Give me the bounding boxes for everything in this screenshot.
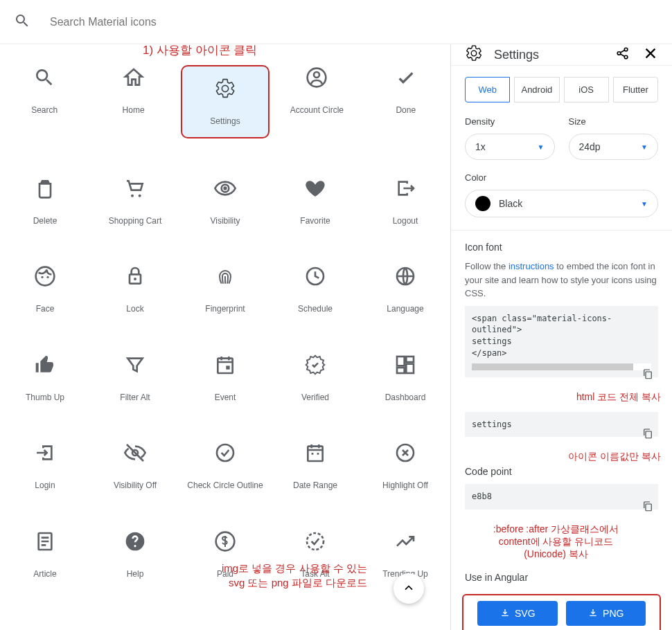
icon-cell-home[interactable]: Home bbox=[92, 65, 175, 138]
code-point-snippet: e8b8 bbox=[465, 484, 658, 510]
icon-label: Dashboard bbox=[385, 393, 426, 404]
icon-cell-article[interactable]: Article bbox=[3, 529, 87, 580]
close-icon[interactable] bbox=[643, 46, 658, 64]
details-sidebar: Settings WebAndroidiOSFlutter Density 1x… bbox=[450, 44, 672, 630]
icon-label: Account Circle bbox=[290, 105, 344, 116]
lock-icon bbox=[123, 264, 148, 289]
search-input[interactable] bbox=[50, 16, 216, 28]
icon-font-title: Icon font bbox=[465, 242, 658, 253]
settings-icon bbox=[465, 44, 483, 65]
search-icon bbox=[14, 12, 30, 32]
code-point-title: Code point bbox=[465, 466, 658, 477]
tab-flutter[interactable]: Flutter bbox=[613, 77, 658, 102]
trending_up-icon bbox=[393, 529, 418, 554]
icon-cell-visibility_off[interactable]: Visibility Off bbox=[94, 440, 177, 492]
copy-html-button[interactable] bbox=[642, 368, 654, 380]
icon-label: Verified bbox=[301, 393, 329, 404]
icon-label: Thumb Up bbox=[26, 393, 64, 404]
icon-cell-dashboard[interactable]: Dashboard bbox=[364, 352, 447, 404]
icon-cell-language[interactable]: Language bbox=[364, 264, 447, 315]
icon-cell-favorite[interactable]: Favorite bbox=[274, 176, 357, 227]
download-buttons: SVG PNG bbox=[462, 594, 661, 630]
icon-label: Event bbox=[215, 393, 236, 404]
icon-cell-trending_up[interactable]: Trending Up bbox=[364, 529, 447, 580]
icon-label: Settings bbox=[210, 116, 240, 127]
download-svg-button[interactable]: SVG bbox=[477, 601, 558, 626]
icon-label: Login bbox=[35, 480, 55, 492]
icon-cell-search[interactable]: Search bbox=[3, 65, 86, 138]
copy-codepoint-button[interactable] bbox=[642, 500, 654, 512]
icon-label: Done bbox=[396, 105, 416, 116]
icon-label: Shopping Cart bbox=[109, 216, 162, 227]
download-png-button[interactable]: PNG bbox=[566, 601, 646, 626]
tab-web[interactable]: Web bbox=[465, 77, 510, 102]
color-select[interactable]: Black ▼ bbox=[465, 190, 658, 217]
delete-icon bbox=[33, 176, 58, 201]
name-code-snippet: settings bbox=[465, 412, 658, 438]
task_alt-icon bbox=[303, 529, 328, 554]
icon-cell-schedule[interactable]: Schedule bbox=[274, 264, 357, 315]
density-select[interactable]: 1x▼ bbox=[465, 134, 555, 160]
annotation-download: img로 넣을 경우 사용할 수 있는 svg 또는 png 파일로 다운로드 bbox=[139, 561, 367, 590]
icon-cell-visibility[interactable]: Visibility bbox=[184, 176, 267, 227]
search-icon bbox=[32, 65, 57, 90]
account_circle-icon bbox=[304, 65, 329, 90]
icon-label: Filter Alt bbox=[120, 393, 150, 404]
date_range-icon bbox=[303, 440, 328, 465]
icon-cell-lock[interactable]: Lock bbox=[94, 264, 177, 315]
scroll-to-top-button[interactable] bbox=[394, 573, 424, 604]
chevron-down-icon: ▼ bbox=[641, 200, 648, 208]
filter_alt-icon bbox=[123, 352, 148, 377]
event-icon bbox=[213, 352, 238, 377]
icon-label: Schedule bbox=[298, 304, 333, 315]
language-icon bbox=[393, 264, 418, 289]
platform-tabs: WebAndroidiOSFlutter bbox=[451, 66, 672, 102]
icon-cell-event[interactable]: Event bbox=[184, 352, 267, 404]
icon-cell-verified[interactable]: Verified bbox=[274, 352, 357, 404]
icon-cell-filter_alt[interactable]: Filter Alt bbox=[94, 352, 177, 404]
annotation-codepoint: :before :after 가상클래스에서 content에 사용할 유니코드… bbox=[451, 521, 672, 561]
icon-cell-login[interactable]: Login bbox=[3, 440, 87, 492]
icon-label: Visibility bbox=[210, 216, 240, 227]
icon-label: Fingerprint bbox=[205, 304, 245, 315]
icon-cell-done[interactable]: Done bbox=[364, 65, 448, 138]
annotation-copy-name: 아이콘 이름값만 복사 bbox=[451, 448, 672, 463]
icon-grid: SearchHomeSettingsAccount CircleDoneDele… bbox=[0, 44, 450, 630]
icon-cell-date_range[interactable]: Date Range bbox=[274, 440, 357, 492]
share-icon[interactable] bbox=[615, 46, 630, 64]
face-icon bbox=[33, 264, 58, 289]
icon-label: Search bbox=[31, 105, 58, 116]
annotation-click-icon: 1) 사용할 아이콘 클릭 bbox=[143, 42, 257, 58]
icon-label: Delete bbox=[33, 216, 58, 227]
icon-cell-account_circle[interactable]: Account Circle bbox=[275, 65, 358, 138]
icon-cell-highlight_off[interactable]: Highlight Off bbox=[364, 440, 447, 492]
tab-ios[interactable]: iOS bbox=[564, 77, 609, 102]
chevron-down-icon: ▼ bbox=[641, 143, 648, 151]
copy-name-button[interactable] bbox=[642, 427, 654, 440]
home-icon bbox=[121, 65, 146, 90]
angular-title: Use in Angular bbox=[465, 572, 658, 583]
icon-label: Lock bbox=[126, 304, 143, 315]
icon-font-text: Follow the instructions to embed the ico… bbox=[465, 260, 658, 300]
login-icon bbox=[33, 440, 58, 465]
schedule-icon bbox=[303, 264, 328, 289]
icon-label: Visibility Off bbox=[114, 480, 157, 492]
done-icon bbox=[394, 65, 418, 90]
tab-android[interactable]: Android bbox=[514, 77, 559, 102]
icon-cell-fingerprint[interactable]: Fingerprint bbox=[184, 264, 267, 315]
icon-cell-check_circle_outline[interactable]: Check Circle Outline bbox=[184, 440, 267, 492]
icon-label: Date Range bbox=[293, 480, 337, 492]
visibility-icon bbox=[213, 176, 238, 201]
search-bar bbox=[0, 0, 672, 44]
icon-cell-thumb_up[interactable]: Thumb Up bbox=[3, 352, 87, 404]
icon-cell-shopping_cart[interactable]: Shopping Cart bbox=[94, 176, 177, 227]
icon-label: Article bbox=[33, 569, 56, 580]
highlight_off-icon bbox=[393, 440, 418, 465]
icon-cell-delete[interactable]: Delete bbox=[3, 176, 87, 227]
icon-cell-logout[interactable]: Logout bbox=[364, 176, 447, 227]
instructions-link[interactable]: instructions bbox=[509, 261, 554, 271]
size-select[interactable]: 24dp▼ bbox=[569, 134, 659, 160]
icon-cell-face[interactable]: Face bbox=[3, 264, 87, 315]
annotation-copy-html: html 코드 전체 복사 bbox=[451, 388, 672, 404]
icon-cell-settings[interactable]: Settings bbox=[181, 65, 269, 138]
